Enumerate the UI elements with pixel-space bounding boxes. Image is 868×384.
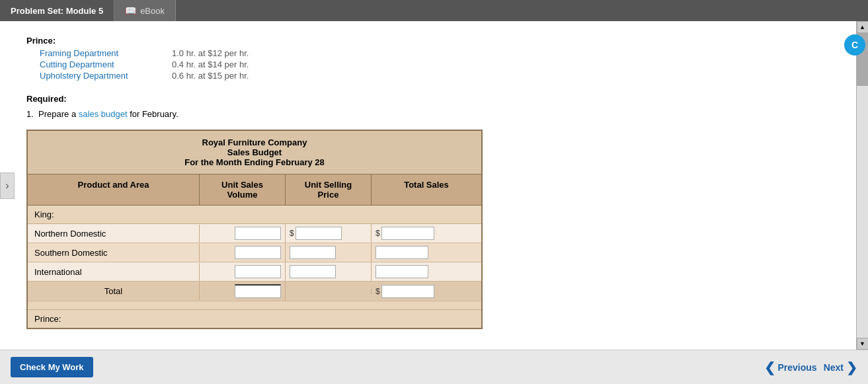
nav-arrow-left[interactable]: › — [0, 173, 15, 199]
sales-budget-table: Royal Furniture Company Sales Budget For… — [26, 130, 483, 329]
bottom-bar: Check My Work ❮ Previous Next ❯ — [0, 350, 868, 384]
dept-upholstery-name: Upholstery Department — [40, 71, 172, 81]
row-label-southern: Southern Domestic — [28, 244, 200, 262]
row-label-northern: Northern Domestic — [28, 225, 200, 243]
dollar-sign: $ — [290, 229, 294, 238]
dept-upholstery-detail: 0.6 hr. at $15 per hr. — [172, 71, 249, 81]
ebook-tab-label: eBook — [140, 6, 165, 16]
dept-row-cutting: Cutting Department 0.4 hr. at $14 per hr… — [40, 59, 843, 69]
dollar-sign-total2: $ — [375, 287, 380, 296]
instruction-row: 1. Prepare a sales budget for February. — [26, 109, 843, 119]
southern-unit-sales-input[interactable] — [235, 246, 281, 259]
prince-footer: Prince: — [28, 309, 481, 328]
ebook-tab[interactable]: 📖 eBook — [114, 0, 176, 21]
table-title: Sales Budget — [34, 147, 475, 157]
southern-total-cell — [372, 243, 481, 262]
company-name: Royal Furniture Company — [34, 137, 475, 147]
check-my-work-button[interactable]: Check My Work — [11, 357, 93, 377]
international-unit-sales-cell — [200, 262, 286, 281]
next-button[interactable]: Next ❯ — [824, 360, 857, 375]
international-unit-price-cell — [286, 262, 372, 281]
required-label: Required: — [26, 94, 843, 104]
top-bar: Problem Set: Module 5 📖 eBook — [0, 0, 868, 21]
total-unit-price-cell — [286, 289, 372, 294]
northern-unit-price-input[interactable] — [296, 227, 342, 240]
total-sales-cell: $ — [372, 282, 481, 301]
instruction-number: 1. Prepare a — [26, 109, 79, 119]
dept-row-framing: Framing Department 1.0 hr. at $12 per hr… — [40, 48, 843, 58]
international-total-input[interactable] — [375, 265, 428, 278]
nav-buttons: ❮ Previous Next ❯ — [764, 360, 858, 375]
table-row: Northern Domestic $ $ — [28, 224, 481, 243]
col-header-unit-sales: Unit SalesVolume — [200, 174, 286, 205]
southern-unit-price-cell — [286, 243, 372, 262]
instruction-suffix: for February. — [128, 109, 178, 119]
help-icon[interactable]: C — [844, 34, 865, 56]
table-header: Royal Furniture Company Sales Budget For… — [28, 131, 481, 174]
prince-label: Prince: — [26, 36, 843, 46]
southern-unit-price-input[interactable] — [290, 246, 336, 259]
table-row: Southern Domestic — [28, 243, 481, 262]
sales-budget-link[interactable]: sales budget — [79, 109, 128, 119]
table-row: International — [28, 262, 481, 282]
northern-unit-sales-cell — [200, 224, 286, 243]
next-label: Next — [824, 362, 844, 373]
content-area: Prince: Framing Department 1.0 hr. at $1… — [20, 36, 843, 329]
international-unit-price-input[interactable] — [290, 265, 336, 278]
col-header-product: Product and Area — [28, 174, 200, 205]
international-unit-sales-input[interactable] — [235, 265, 281, 278]
prince-footer-label: Prince: — [34, 314, 61, 324]
previous-label: Previous — [778, 362, 817, 373]
table-col-headers: Product and Area Unit SalesVolume Unit S… — [28, 174, 481, 206]
main-content: › Prince: Framing Department 1.0 hr. at … — [0, 21, 868, 350]
spacer-row — [28, 301, 481, 309]
chevron-right-icon: ❯ — [846, 360, 857, 375]
book-icon: 📖 — [125, 5, 136, 16]
king-label: King: — [34, 210, 54, 219]
total-unit-sales-cell — [200, 282, 286, 301]
scroll-down-btn[interactable]: ▼ — [857, 338, 869, 350]
dept-row-upholstery: Upholstery Department 0.6 hr. at $15 per… — [40, 71, 843, 81]
scroll-area: Prince: Framing Department 1.0 hr. at $1… — [0, 21, 856, 350]
dept-framing-detail: 1.0 hr. at $12 per hr. — [172, 48, 249, 58]
dept-framing-name: Framing Department — [40, 48, 172, 58]
table-row-total: Total $ — [28, 282, 481, 301]
dept-cutting-detail: 0.4 hr. at $14 per hr. — [172, 59, 249, 69]
international-total-cell — [372, 262, 481, 281]
southern-total-input[interactable] — [375, 246, 428, 259]
scroll-up-btn[interactable]: ▲ — [857, 21, 869, 33]
total-sales-input[interactable] — [381, 285, 434, 298]
northern-unit-price-cell: $ — [286, 224, 372, 243]
row-label-international: International — [28, 263, 200, 281]
table-period: For the Month Ending February 28 — [34, 157, 475, 167]
northern-total-input[interactable] — [381, 227, 434, 240]
dollar-sign-total: $ — [375, 229, 380, 238]
southern-unit-sales-cell — [200, 243, 286, 262]
problem-set-title: Problem Set: Module 5 — [0, 0, 114, 21]
total-unit-sales-input[interactable] — [235, 284, 281, 298]
previous-button[interactable]: ❮ Previous — [764, 360, 817, 375]
col-header-unit-price: Unit SellingPrice — [286, 174, 372, 205]
northern-total-cell: $ — [372, 224, 481, 243]
col-header-total-sales: Total Sales — [372, 174, 481, 205]
chevron-left-icon: ❮ — [764, 360, 775, 375]
row-label-total: Total — [28, 282, 200, 300]
northern-unit-sales-input[interactable] — [235, 227, 281, 240]
king-section-header: King: — [28, 206, 481, 224]
scrollbar: ▲ ▼ — [856, 21, 868, 350]
dept-cutting-name: Cutting Department — [40, 59, 172, 69]
scrollbar-track[interactable] — [857, 33, 868, 338]
